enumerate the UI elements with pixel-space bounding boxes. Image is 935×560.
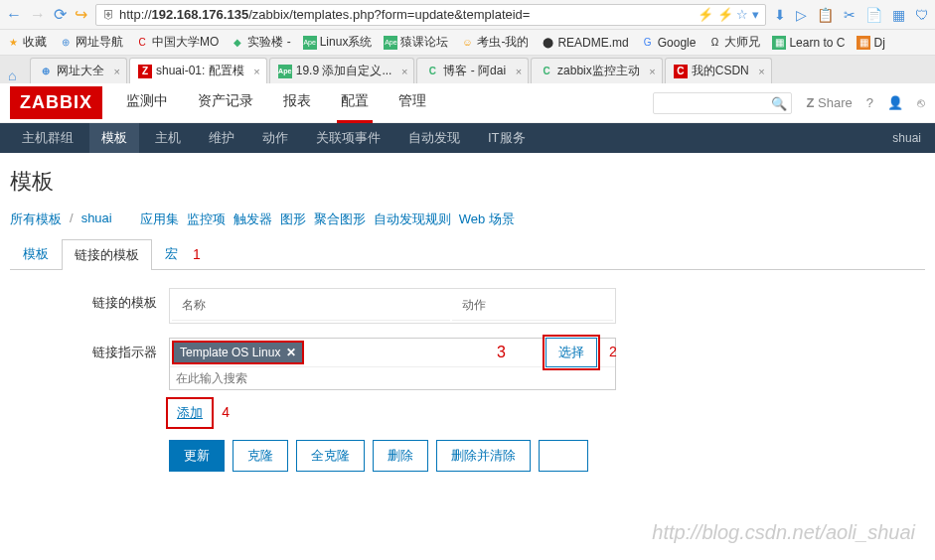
update-button[interactable]: 更新 <box>169 440 225 472</box>
zabbix-logo[interactable]: ZABBIX <box>10 86 102 119</box>
search-icon: 🔍 <box>771 96 787 111</box>
col-name: 名称 <box>172 291 450 321</box>
forward-icon[interactable]: → <box>30 6 46 24</box>
tab-template[interactable]: 模板 <box>10 238 62 269</box>
bookmark-item[interactable]: ◆实验楼 - <box>231 34 290 51</box>
search-input[interactable]: 🔍 <box>653 92 792 114</box>
linked-templates-table: 名称 动作 <box>169 288 616 324</box>
bc-triggers[interactable]: 触发器 <box>234 210 272 228</box>
bookmark-item[interactable]: ▦Learn to C <box>772 36 845 50</box>
bookmark-item[interactable]: ★收藏 <box>6 34 47 51</box>
browser-tab[interactable]: Zshuai-01: 配置模× <box>129 58 267 83</box>
subnav-hosts[interactable]: 主机 <box>143 123 193 153</box>
bc-applications[interactable]: 应用集 <box>140 210 179 228</box>
bookmark-item[interactable]: GGoogle <box>641 36 697 50</box>
subnav-templates[interactable]: 模板 <box>89 123 139 153</box>
bookmark-item[interactable]: ApeLinux系统 <box>303 34 373 51</box>
bc-discovery[interactable]: 自动发现规则 <box>374 210 451 228</box>
close-icon[interactable]: × <box>516 66 522 77</box>
selected-template-tag[interactable]: Template OS Linux ✕ <box>174 343 302 362</box>
subnav-correlation[interactable]: 关联项事件 <box>304 123 392 153</box>
add-link[interactable]: 添加 <box>169 400 211 426</box>
shield2-icon[interactable]: 🛡 <box>915 7 929 23</box>
bookmark-item[interactable]: ⬤README.md <box>541 36 628 50</box>
template-search-input[interactable] <box>170 367 615 389</box>
bookmark-item[interactable]: ☺考虫-我的 <box>460 34 529 51</box>
note-icon[interactable]: 📄 <box>865 7 882 23</box>
clipboard-icon[interactable]: 📋 <box>817 7 834 23</box>
bc-template-name[interactable]: shuai <box>81 210 112 228</box>
browser-tab[interactable]: ⊕网址大全× <box>30 58 127 83</box>
help-icon[interactable]: ? <box>866 95 873 110</box>
tab-macros[interactable]: 宏 <box>152 238 191 269</box>
close-icon[interactable]: × <box>401 66 407 77</box>
nav-inventory[interactable]: 资产记录 <box>194 82 257 123</box>
browser-tab[interactable]: C博客 - 阿dai× <box>416 58 529 83</box>
annotation-2: 2 <box>609 344 617 359</box>
bc-screens[interactable]: 聚合图形 <box>314 210 366 228</box>
subnav-services[interactable]: IT服务 <box>476 123 538 153</box>
clone-button[interactable]: 克隆 <box>233 440 288 472</box>
breadcrumb: 所有模板 / shuai 应用集 监控项 触发器 图形 聚合图形 自动发现规则 … <box>10 210 925 228</box>
close-icon[interactable]: × <box>758 66 764 77</box>
url-bar[interactable]: ⛨ http://192.168.176.135/zabbix/template… <box>95 4 766 26</box>
home-icon[interactable]: ⌂ <box>8 68 16 83</box>
remove-tag-icon[interactable]: ✕ <box>286 346 296 359</box>
browser-tabs: ⌂ ⊕网址大全× Zshuai-01: 配置模× Ape19.9 添加自定义..… <box>0 56 935 83</box>
play-icon[interactable]: ▷ <box>796 7 807 23</box>
browser-tab[interactable]: Czabbix监控主动× <box>531 58 663 83</box>
qr-icon[interactable]: ▦ <box>892 7 905 23</box>
full-clone-button[interactable]: 全克隆 <box>296 440 365 472</box>
close-icon[interactable]: × <box>649 66 655 77</box>
close-icon[interactable]: × <box>253 66 259 77</box>
share-link[interactable]: Z Share <box>806 95 852 110</box>
stop-icon[interactable]: ↪ <box>75 5 87 24</box>
nav-reports[interactable]: 报表 <box>279 82 315 123</box>
bookmark-item[interactable]: ▦Dj <box>857 36 884 50</box>
bookmark-item[interactable]: Ω大师兄 <box>707 34 760 51</box>
subnav-maintenance[interactable]: 维护 <box>197 123 246 153</box>
logout-icon[interactable]: ⎋ <box>917 95 925 110</box>
nav-administration[interactable]: 管理 <box>394 82 430 123</box>
delete-clear-button[interactable]: 删除并清除 <box>436 440 531 472</box>
bookmark-item[interactable]: C中国大学MO <box>135 34 219 51</box>
subnav-hostgroups[interactable]: 主机群组 <box>10 123 85 153</box>
page-title: 模板 <box>10 167 925 197</box>
url-path: /zabbix/templates.php?form=update&templa… <box>248 7 530 22</box>
bookmark-item[interactable]: Ape猿课论坛 <box>384 34 448 51</box>
nav-monitoring[interactable]: 监测中 <box>122 82 172 123</box>
annotation-1: 1 <box>193 246 201 262</box>
bookmark-item[interactable]: ⊕网址导航 <box>59 34 123 51</box>
scissors-icon[interactable]: ✂ <box>844 7 856 23</box>
url-host: 192.168.176.135 <box>152 7 249 22</box>
user-icon[interactable]: 👤 <box>887 95 903 110</box>
zabbix-main-nav: 监测中 资产记录 报表 配置 管理 <box>122 82 430 123</box>
zabbix-sub-nav: 主机群组 模板 主机 维护 动作 关联项事件 自动发现 IT服务 shuai <box>0 123 935 153</box>
subnav-user: shuai <box>892 131 925 145</box>
reload-icon[interactable]: ⟳ <box>54 5 67 24</box>
subnav-discovery[interactable]: 自动发现 <box>396 123 472 153</box>
bc-graphs[interactable]: 图形 <box>280 210 306 228</box>
bc-items[interactable]: 监控项 <box>187 210 226 228</box>
back-icon[interactable]: ← <box>6 6 22 24</box>
download-icon[interactable]: ⬇ <box>774 7 786 23</box>
tab-linked-templates[interactable]: 链接的模板 <box>62 239 152 270</box>
flash-icon[interactable]: ⚡ ⚡ ☆ ▾ <box>698 7 759 22</box>
url-prefix: http:// <box>119 7 152 22</box>
cancel-button[interactable] <box>539 440 588 472</box>
bc-web[interactable]: Web 场景 <box>459 210 515 228</box>
nav-configuration[interactable]: 配置 <box>337 82 373 123</box>
bc-all-templates[interactable]: 所有模板 <box>10 210 62 228</box>
browser-tab[interactable]: C我的CSDN× <box>665 58 772 83</box>
subnav-actions[interactable]: 动作 <box>250 123 300 153</box>
browser-tab[interactable]: Ape19.9 添加自定义...× <box>269 58 415 83</box>
close-icon[interactable]: × <box>114 66 120 77</box>
browser-nav-bar: ← → ⟳ ↪ ⛨ http://192.168.176.135/zabbix/… <box>0 0 935 30</box>
annotation-4: 4 <box>222 404 230 420</box>
action-buttons: 更新 克隆 全克隆 删除 删除并清除 <box>169 440 925 472</box>
bookmarks-bar: ★收藏 ⊕网址导航 C中国大学MO ◆实验楼 - ApeLinux系统 Ape猿… <box>0 30 935 56</box>
select-button[interactable]: 选择 <box>545 338 597 367</box>
col-action: 动作 <box>452 291 613 321</box>
page-content: 模板 所有模板 / shuai 应用集 监控项 触发器 图形 聚合图形 自动发现… <box>0 153 935 486</box>
delete-button[interactable]: 删除 <box>373 440 428 472</box>
